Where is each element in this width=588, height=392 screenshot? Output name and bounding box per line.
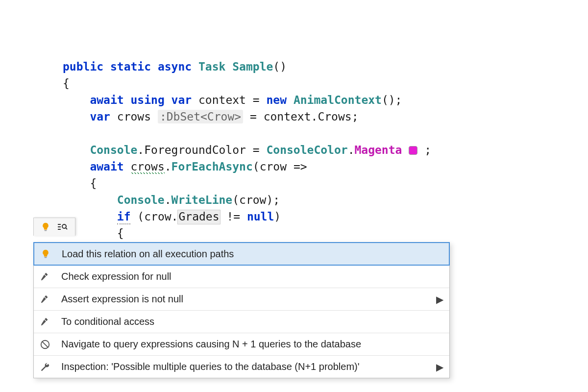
menu-item[interactable]: Assert expression is not null▶ — [34, 288, 449, 310]
code-line-9: if (crow.Grades != null) — [117, 210, 281, 224]
code-line-1: public static async Task Sample() — [63, 60, 287, 73]
code-line-4: var crows :DbSet<Crow> = context.Crows; — [90, 110, 358, 123]
chevron-right-icon: ▶ — [430, 361, 449, 373]
svg-rect-6 — [45, 257, 47, 258]
color-swatch-magenta — [409, 146, 417, 155]
menu-item[interactable]: Load this relation on all execution path… — [33, 242, 450, 266]
code-line-8: Console.WriteLine(crow); — [117, 194, 280, 206]
code-brace-open-3: { — [117, 227, 124, 240]
bulb-icon — [34, 248, 57, 259]
code-line-3: await using var context = new AnimalCont… — [90, 94, 402, 106]
code-editor: public static async Task Sample() { awai… — [0, 0, 588, 258]
menu-item-label: Check expression for null — [56, 271, 430, 282]
navigate-icon — [34, 339, 56, 350]
menu-item-label: Assert expression is not null — [56, 294, 430, 305]
menu-item[interactable]: Inspection: 'Possible multiple queries t… — [34, 355, 449, 378]
svg-point-4 — [62, 224, 66, 228]
menu-item-label: To conditional access — [56, 316, 430, 327]
type-hint: :DbSet<Crow> — [158, 110, 243, 123]
menu-item[interactable]: Check expression for null — [34, 265, 449, 288]
quick-actions-menu: Load this relation on all execution path… — [33, 242, 450, 378]
bulb-icon — [41, 221, 50, 232]
toggle-preview-icon[interactable] — [56, 221, 68, 233]
highlight-grades-1: Grades — [178, 210, 220, 224]
code-line-5: Console.ForegroundColor = ConsoleColor.M… — [90, 144, 431, 156]
hammer-icon — [34, 271, 56, 282]
code-brace-open-2: { — [90, 177, 97, 190]
svg-line-5 — [66, 228, 67, 229]
svg-line-8 — [42, 341, 49, 347]
hammer-icon — [34, 317, 56, 327]
svg-rect-0 — [45, 230, 47, 231]
menu-item[interactable]: Navigate to query expressions causing N … — [34, 333, 449, 355]
wrench-icon — [34, 362, 56, 372]
quick-actions-trigger[interactable] — [33, 218, 75, 236]
code-line-6: await crows.ForEachAsync(crow => — [90, 160, 307, 175]
code-brace-open: { — [63, 77, 70, 90]
menu-item-label: Inspection: 'Possible multiple queries t… — [56, 361, 430, 372]
menu-item[interactable]: To conditional access — [34, 310, 449, 333]
chevron-right-icon: ▶ — [430, 294, 449, 305]
hammer-icon — [34, 294, 56, 305]
menu-item-label: Load this relation on all execution path… — [57, 248, 429, 260]
menu-item-label: Navigate to query expressions causing N … — [56, 339, 430, 350]
